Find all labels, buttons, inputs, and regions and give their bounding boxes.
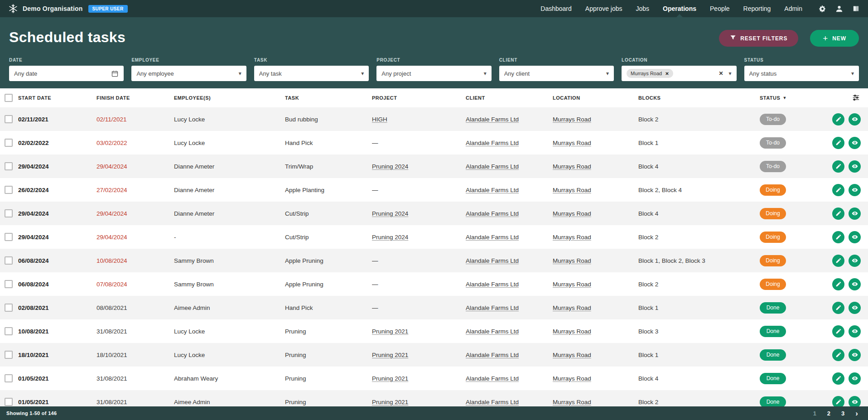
row-checkbox[interactable] [5, 115, 13, 123]
edit-task-button[interactable] [832, 160, 844, 173]
client-link[interactable]: Alandale Farms Ltd [466, 375, 519, 382]
table-row[interactable]: 10/08/2021 31/08/2021 Lucy Locke Pruning… [0, 319, 868, 343]
location-link[interactable]: Murrays Road [553, 375, 591, 382]
row-checkbox[interactable] [5, 139, 13, 147]
location-link[interactable]: Murrays Road [553, 163, 591, 170]
row-checkbox[interactable] [5, 351, 13, 359]
table-row[interactable]: 06/08/2024 07/08/2024 Sammy Brown Apple … [0, 272, 868, 296]
nav-item-dashboard[interactable]: Dashboard [540, 5, 572, 12]
edit-task-button[interactable] [832, 231, 844, 243]
clear-filter-icon[interactable]: ✕ [716, 70, 726, 77]
row-checkbox[interactable] [5, 162, 13, 170]
view-task-button[interactable] [849, 349, 861, 361]
edit-task-button[interactable] [832, 113, 844, 126]
row-checkbox[interactable] [5, 280, 13, 288]
project-link[interactable]: HIGH [372, 116, 387, 123]
table-row[interactable]: 02/02/2022 03/02/2022 Lucy Locke Hand Pi… [0, 131, 868, 154]
row-checkbox[interactable] [5, 304, 13, 312]
edit-task-button[interactable] [832, 278, 844, 290]
column-header-status[interactable]: STATUS▼ [760, 95, 819, 101]
edit-task-button[interactable] [832, 349, 844, 361]
edit-task-button[interactable] [832, 302, 844, 314]
edit-task-button[interactable] [832, 325, 844, 338]
table-row[interactable]: 06/08/2024 10/08/2024 Sammy Brown Apple … [0, 249, 868, 272]
help-book-icon[interactable] [852, 5, 860, 13]
new-task-button[interactable]: + NEW [810, 30, 859, 47]
location-link[interactable]: Murrays Road [553, 399, 591, 406]
next-page-button[interactable]: › [855, 410, 858, 417]
view-task-button[interactable] [849, 302, 861, 314]
status-filter-select[interactable]: Any status ▾ [744, 66, 859, 81]
view-task-button[interactable] [849, 113, 861, 126]
select-all-checkbox[interactable] [5, 94, 13, 102]
client-link[interactable]: Alandale Farms Ltd [466, 328, 519, 335]
nav-item-operations[interactable]: Operations [663, 5, 696, 12]
view-task-button[interactable] [849, 184, 861, 196]
project-link[interactable]: Pruning 2021 [372, 375, 408, 382]
client-link[interactable]: Alandale Farms Ltd [466, 116, 519, 123]
page-button-2[interactable]: 2 [827, 410, 830, 417]
task-filter-select[interactable]: Any task ▾ [254, 66, 369, 81]
client-filter-select[interactable]: Any client ▾ [499, 66, 614, 81]
nav-item-people[interactable]: People [710, 5, 730, 12]
location-link[interactable]: Murrays Road [553, 281, 591, 288]
location-link[interactable]: Murrays Road [553, 187, 591, 193]
view-task-button[interactable] [849, 255, 861, 267]
row-checkbox[interactable] [5, 374, 13, 382]
row-checkbox[interactable] [5, 256, 13, 265]
column-header-blocks[interactable]: BLOCKS [638, 95, 760, 101]
nav-item-admin[interactable]: Admin [784, 5, 802, 12]
table-row[interactable]: 29/04/2024 29/04/2024 - Cut/Strip Prunin… [0, 225, 868, 249]
location-chip[interactable]: Murrays Road ✕ [627, 69, 673, 78]
view-task-button[interactable] [849, 208, 861, 220]
table-row[interactable]: 02/08/2021 08/08/2021 Aimee Admin Hand P… [0, 296, 868, 319]
location-filter-select[interactable]: Murrays Road ✕ ✕ ▾ [622, 66, 736, 81]
column-header-task[interactable]: TASK [285, 95, 372, 101]
edit-task-button[interactable] [832, 372, 844, 385]
client-link[interactable]: Alandale Farms Ltd [466, 210, 519, 217]
client-link[interactable]: Alandale Farms Ltd [466, 304, 519, 311]
reset-filters-button[interactable]: RESET FILTERS [719, 30, 798, 47]
location-link[interactable]: Murrays Road [553, 352, 591, 358]
table-row[interactable]: 29/04/2024 29/04/2024 Dianne Ameter Trim… [0, 154, 868, 178]
user-account-icon[interactable] [835, 5, 843, 13]
edit-task-button[interactable] [832, 255, 844, 267]
column-header-location[interactable]: LOCATION [553, 95, 638, 101]
nav-item-jobs[interactable]: Jobs [636, 5, 650, 12]
location-link[interactable]: Murrays Road [553, 328, 591, 335]
edit-task-button[interactable] [832, 137, 844, 149]
column-header-client[interactable]: CLIENT [466, 95, 553, 101]
nav-item-reporting[interactable]: Reporting [743, 5, 771, 12]
location-link[interactable]: Murrays Road [553, 234, 591, 241]
app-logo-icon[interactable] [8, 4, 18, 14]
settings-gear-icon[interactable] [819, 5, 826, 13]
nav-item-approve-jobs[interactable]: Approve jobs [585, 5, 622, 12]
view-task-button[interactable] [849, 325, 861, 338]
column-header-start[interactable]: START DATE [18, 95, 96, 101]
edit-task-button[interactable] [832, 208, 844, 220]
project-link[interactable]: Pruning 2024 [372, 234, 408, 241]
client-link[interactable]: Alandale Farms Ltd [466, 257, 519, 264]
client-link[interactable]: Alandale Farms Ltd [466, 163, 519, 170]
view-task-button[interactable] [849, 372, 861, 385]
client-link[interactable]: Alandale Farms Ltd [466, 140, 519, 146]
row-checkbox[interactable] [5, 327, 13, 335]
client-link[interactable]: Alandale Farms Ltd [466, 187, 519, 193]
column-header-employees[interactable]: EMPLOYEE(S) [174, 95, 285, 101]
location-link[interactable]: Murrays Road [553, 304, 591, 311]
table-row[interactable]: 29/04/2024 29/04/2024 Dianne Ameter Cut/… [0, 202, 868, 225]
column-header-finish[interactable]: FINISH DATE [96, 95, 174, 101]
project-filter-select[interactable]: Any project ▾ [376, 66, 491, 81]
table-row[interactable]: 26/02/2024 27/02/2024 Dianne Ameter Appl… [0, 178, 868, 202]
column-header-project[interactable]: PROJECT [372, 95, 466, 101]
date-filter-input[interactable]: Any date [9, 66, 124, 81]
client-link[interactable]: Alandale Farms Ltd [466, 352, 519, 358]
column-settings-icon[interactable] [852, 94, 860, 102]
table-row[interactable]: 18/10/2021 18/10/2021 Lucy Locke Pruning… [0, 343, 868, 367]
client-link[interactable]: Alandale Farms Ltd [466, 281, 519, 288]
project-link[interactable]: Pruning 2021 [372, 352, 408, 358]
client-link[interactable]: Alandale Farms Ltd [466, 234, 519, 241]
location-link[interactable]: Murrays Road [553, 210, 591, 217]
page-button-3[interactable]: 3 [841, 410, 844, 417]
view-task-button[interactable] [849, 160, 861, 173]
